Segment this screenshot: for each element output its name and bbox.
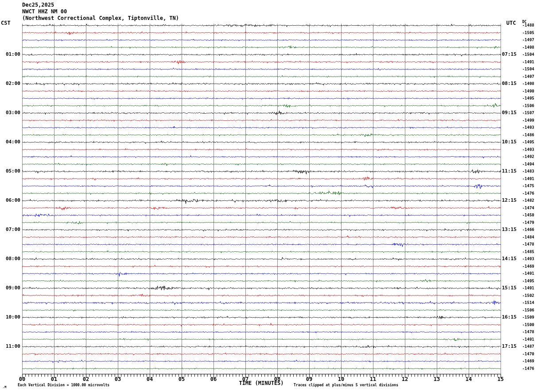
- dc-value: -1469: [513, 265, 534, 269]
- title-station-code: NWCT HHZ NM 00: [22, 9, 67, 14]
- left-hour-label: 04:00: [0, 139, 20, 144]
- dc-value: -1490: [513, 89, 534, 93]
- dc-value: -1504: [513, 53, 534, 57]
- dc-value: -1469: [513, 359, 534, 363]
- left-hour-label: 06:00: [0, 198, 20, 203]
- left-hour-label: 01:00: [0, 52, 20, 57]
- clip-note: Traces clipped at plus/minus 5 vertical …: [294, 384, 398, 387]
- dc-value: -1497: [513, 75, 534, 79]
- left-hour-label: 09:00: [0, 285, 20, 290]
- dc-value: -1505: [513, 31, 534, 35]
- x-tick-label: 07: [239, 377, 252, 382]
- dc-value: -1491: [513, 338, 534, 342]
- dc-value: -1506: [513, 104, 534, 108]
- dc-value: -1495: [513, 140, 534, 144]
- dc-value: -1495: [513, 279, 534, 283]
- dc-value: -1507: [513, 111, 534, 115]
- dc-value: -1475: [513, 184, 534, 188]
- dc-value: -1504: [513, 67, 534, 71]
- title-date: Dec25,2025: [22, 2, 54, 8]
- dc-value: -1491: [513, 272, 534, 276]
- dc-value: -1506: [513, 308, 534, 312]
- dc-value: -1466: [513, 228, 534, 232]
- dc-value: -1474: [513, 206, 534, 210]
- dc-value: -1470: [513, 352, 534, 356]
- helicorder-page: Dec25,2025 NWCT HHZ NM 00 (Northwest Cor…: [0, 0, 536, 392]
- x-tick-label: 13: [431, 377, 443, 382]
- dc-value: -1497: [513, 38, 534, 42]
- left-hour-label: 03:00: [0, 110, 20, 115]
- x-tick-label: 15: [494, 377, 507, 382]
- x-tick-label: 11: [367, 377, 379, 382]
- x-tick-label: 09: [303, 377, 315, 382]
- dc-value: -1493: [513, 126, 534, 130]
- x-tick-label: 03: [112, 377, 124, 382]
- dc-value: -1494: [513, 162, 534, 166]
- x-tick-label: 06: [207, 377, 220, 382]
- left-hour-label: 05:00: [0, 169, 20, 173]
- dc-value: -1486: [513, 133, 534, 137]
- x-tick-label: 02: [80, 377, 92, 382]
- dc-value: -1478: [513, 330, 534, 334]
- x-axis-title: TIME (MINUTES): [217, 380, 306, 386]
- dc-value: -1491: [513, 177, 534, 181]
- x-tick-label: 04: [144, 377, 156, 382]
- dc-value: -1478: [513, 242, 534, 246]
- x-tick-label: 00: [16, 377, 28, 382]
- left-timezone-label: CST: [1, 20, 11, 26]
- left-hour-label: 11:00: [0, 344, 20, 349]
- dc-value: -1514: [513, 301, 534, 305]
- left-hour-label: 10:00: [0, 315, 20, 319]
- dc-value: -1495: [513, 96, 534, 100]
- dc-value: -1482: [513, 199, 534, 203]
- left-hour-label: 02:00: [0, 81, 20, 86]
- dc-value: -1502: [513, 294, 534, 298]
- dc-value: -1492: [513, 155, 534, 159]
- dc-value: -1487: [513, 345, 534, 349]
- dc-value: -1493: [513, 148, 534, 152]
- dc-value: -1499: [513, 119, 534, 123]
- x-tick-label: 05: [175, 377, 188, 382]
- x-tick-label: 12: [399, 377, 411, 382]
- title-station-name: (Northwest Correctional Complex, Tiptonv…: [22, 15, 179, 21]
- dc-value: -1483: [513, 169, 534, 173]
- x-tick-label: 01: [48, 377, 60, 382]
- dc-value: -1476: [513, 367, 534, 371]
- dc-value: -1498: [513, 82, 534, 86]
- dc-value: -1479: [513, 221, 534, 225]
- scale-note: Each Vertical Division = 1000.00 microvo…: [18, 384, 109, 387]
- seismogram-canvas: [0, 0, 536, 392]
- dc-value: -1509: [513, 315, 534, 319]
- x-tick-label: 14: [462, 377, 475, 382]
- left-hour-label: 07:00: [0, 227, 20, 232]
- x-tick-label: 08: [271, 377, 284, 382]
- dc-value: -1488: [513, 23, 534, 27]
- dc-value: -1476: [513, 192, 534, 196]
- dc-value: -1493: [513, 257, 534, 261]
- x-tick-label: 10: [335, 377, 347, 382]
- dc-value: -1484: [513, 235, 534, 239]
- dc-value: -1450: [513, 213, 534, 217]
- dc-value: -1500: [513, 323, 534, 327]
- dc-value: -1491: [513, 286, 534, 290]
- dc-value: -1491: [513, 60, 534, 64]
- corner-mark: .M: [3, 386, 6, 389]
- left-hour-label: 08:00: [0, 256, 20, 261]
- dc-value: -1485: [513, 250, 534, 254]
- dc-value: -1498: [513, 46, 534, 50]
